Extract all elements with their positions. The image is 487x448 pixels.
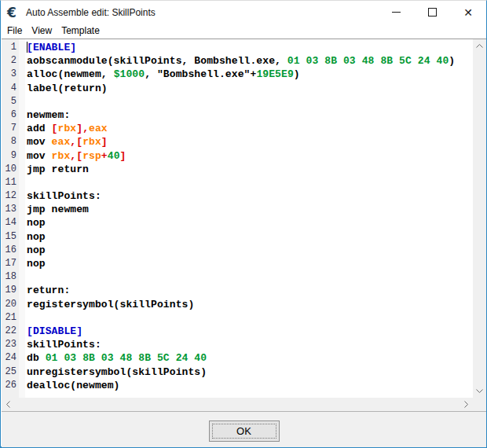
code-line: registersymbol(skillPoints)	[27, 298, 473, 311]
line-number: 26	[2, 379, 19, 392]
minimize-icon	[392, 12, 401, 13]
line-number: 2	[2, 54, 19, 68]
chevron-down-icon	[476, 389, 483, 393]
line-number: 4	[2, 82, 19, 95]
line-number: 16	[2, 244, 19, 257]
code-area[interactable]: [ENABLE]aobscanmodule(skillPoints, Bombs…	[25, 39, 473, 398]
horizontal-scrollbar[interactable]	[2, 398, 473, 411]
menu-view[interactable]: View	[31, 24, 58, 38]
line-number: 25	[2, 365, 19, 379]
code-line: newmem:	[27, 108, 473, 122]
line-number: 7	[2, 122, 19, 135]
code-line: unregistersymbol(skillPoints)	[27, 365, 473, 379]
line-number: 3	[2, 68, 19, 81]
code-line: aobscanmodule(skillPoints, Bombshell.exe…	[27, 54, 473, 68]
line-number: 5	[2, 95, 19, 108]
line-number: 15	[2, 230, 19, 244]
code-line: label(return)	[27, 82, 473, 95]
line-number: 1	[2, 41, 19, 54]
line-number: 24	[2, 351, 19, 365]
line-number: 9	[2, 149, 19, 163]
code-line: nop	[27, 257, 473, 270]
code-line: [ENABLE]	[27, 41, 473, 54]
line-number: 10	[2, 163, 19, 176]
code-line: skillPoints:	[27, 338, 473, 351]
scroll-left-button[interactable]	[2, 398, 15, 411]
menu-file[interactable]: File	[7, 24, 28, 38]
code-line: mov rbx,[rsp+40]	[27, 149, 473, 163]
gutter-band	[19, 39, 25, 398]
line-number: 22	[2, 325, 19, 338]
script-editor: 1234567891011121314151617181920212223242…	[2, 39, 486, 411]
chevron-right-icon	[464, 401, 468, 408]
titlebar: € Auto Assemble edit: SkillPoints ✕	[1, 1, 486, 24]
close-icon: ✕	[463, 7, 473, 18]
code-line: jmp return	[27, 163, 473, 176]
code-line	[27, 176, 473, 189]
line-number: 6	[2, 108, 19, 122]
code-line: alloc(newmem, $1000, "Bombshell.exe"+19E…	[27, 68, 473, 81]
vertical-scrollbar[interactable]	[473, 39, 486, 398]
minimize-button[interactable]	[378, 1, 414, 24]
menubar: File View Template	[1, 24, 486, 39]
chevron-left-icon	[6, 401, 10, 408]
line-number: 13	[2, 203, 19, 216]
line-number: 14	[2, 216, 19, 230]
code-line: nop	[27, 244, 473, 257]
scrollbar-corner	[473, 398, 486, 411]
editor-content: 1234567891011121314151617181920212223242…	[2, 39, 473, 398]
line-number: 19	[2, 284, 19, 297]
code-line: nop	[27, 216, 473, 230]
code-line: [DISABLE]	[27, 325, 473, 338]
code-line	[27, 270, 473, 284]
line-number: 18	[2, 270, 19, 284]
close-button[interactable]: ✕	[450, 1, 486, 24]
code-line: mov eax,[rbx]	[27, 135, 473, 149]
code-line: skillPoints:	[27, 189, 473, 203]
line-number: 23	[2, 338, 19, 351]
line-number: 17	[2, 257, 19, 270]
maximize-icon	[428, 8, 437, 17]
code-line: dealloc(newmem)	[27, 379, 473, 392]
line-number: 12	[2, 189, 19, 203]
code-line: nop	[27, 230, 473, 244]
line-number: 21	[2, 311, 19, 325]
line-number: 20	[2, 298, 19, 311]
chevron-up-icon	[476, 44, 483, 48]
cheat-engine-logo-icon: €	[7, 6, 21, 20]
auto-assemble-window: € Auto Assemble edit: SkillPoints ✕ File…	[0, 0, 487, 448]
line-number: 11	[2, 176, 19, 189]
line-number-gutter: 1234567891011121314151617181920212223242…	[2, 39, 19, 398]
menu-template[interactable]: Template	[61, 24, 106, 38]
code-line	[27, 95, 473, 108]
code-line: db 01 03 8B 03 48 8B 5C 24 40	[27, 351, 473, 365]
scroll-right-button[interactable]	[460, 398, 473, 411]
window-title: Auto Assemble edit: SkillPoints	[26, 7, 378, 18]
text-caret	[27, 42, 27, 53]
code-line	[27, 311, 473, 325]
scroll-down-button[interactable]	[473, 384, 486, 398]
maximize-button[interactable]	[414, 1, 450, 24]
ok-button[interactable]: OK	[209, 420, 280, 442]
footer-panel: OK	[2, 411, 486, 447]
line-number: 8	[2, 135, 19, 149]
scroll-up-button[interactable]	[473, 39, 486, 53]
code-line: add [rbx],eax	[27, 122, 473, 135]
code-line: jmp newmem	[27, 203, 473, 216]
code-line: return:	[27, 284, 473, 297]
